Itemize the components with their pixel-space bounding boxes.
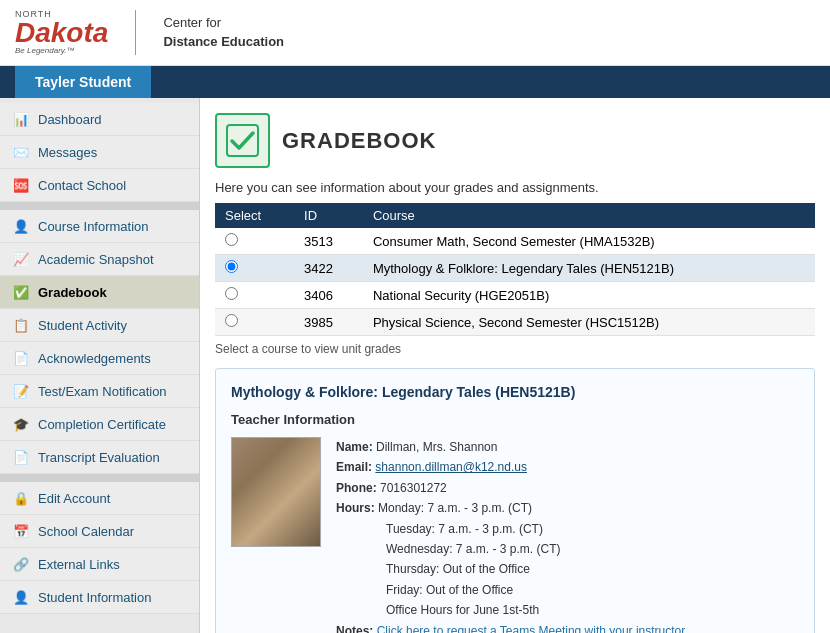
- teacher-details: Name: Dillman, Mrs. Shannon Email: shann…: [336, 437, 688, 633]
- sidebar-item-contact-school[interactable]: 🆘 Contact School: [0, 169, 199, 202]
- gradebook-page-icon: [215, 113, 270, 168]
- teacher-name-row: Name: Dillman, Mrs. Shannon: [336, 437, 688, 457]
- radio-course-1[interactable]: [225, 233, 238, 246]
- contact-school-icon: 🆘: [12, 176, 30, 194]
- row-select-4[interactable]: [215, 309, 294, 336]
- teacher-email-row: Email: shannon.dillman@k12.nd.us: [336, 457, 688, 477]
- sidebar-item-school-calendar[interactable]: 📅 School Calendar: [0, 515, 199, 548]
- edit-account-icon: 🔒: [12, 489, 30, 507]
- selected-course-info: Mythology & Folklore: Legendary Tales (H…: [215, 368, 815, 633]
- row-id-2: 3422: [294, 255, 363, 282]
- dashboard-icon: 📊: [12, 110, 30, 128]
- sidebar-item-dashboard[interactable]: 📊 Dashboard: [0, 103, 199, 136]
- teacher-email-label: Email:: [336, 460, 372, 474]
- table-row: 3406 National Security (HGE2051B): [215, 282, 815, 309]
- radio-course-3[interactable]: [225, 287, 238, 300]
- nav-bar: Tayler Student: [0, 66, 830, 98]
- sidebar-label-school-calendar: School Calendar: [38, 524, 134, 539]
- transcript-icon: 📄: [12, 448, 30, 466]
- selected-course-title: Mythology & Folklore: Legendary Tales (H…: [231, 384, 799, 400]
- row-course-4: Physical Science, Second Semester (HSC15…: [363, 309, 815, 336]
- teacher-email-link[interactable]: shannon.dillman@k12.nd.us: [375, 460, 527, 474]
- row-course-2: Mythology & Folklore: Legendary Tales (H…: [363, 255, 815, 282]
- table-row: 3985 Physical Science, Second Semester (…: [215, 309, 815, 336]
- row-id-3: 3406: [294, 282, 363, 309]
- sidebar-item-completion-cert[interactable]: 🎓 Completion Certificate: [0, 408, 199, 441]
- table-row: 3513 Consumer Math, Second Semester (HMA…: [215, 228, 815, 255]
- sidebar-item-edit-account[interactable]: 🔒 Edit Account: [0, 482, 199, 515]
- table-row: 3422 Mythology & Folklore: Legendary Tal…: [215, 255, 815, 282]
- logo-area: NORTH Dakota Be Legendary.™ Center for D…: [15, 10, 284, 55]
- gradebook-checkmark-svg: [225, 123, 260, 158]
- course-info-icon: 👤: [12, 217, 30, 235]
- sidebar-label-gradebook: Gradebook: [38, 285, 107, 300]
- nd-logo: NORTH Dakota Be Legendary.™: [15, 10, 108, 55]
- gradebook-title: Gradebook: [282, 128, 436, 154]
- teacher-notes-row: Notes: Click here to request a Teams Mee…: [336, 621, 688, 633]
- sidebar-label-messages: Messages: [38, 145, 97, 160]
- row-select-3[interactable]: [215, 282, 294, 309]
- sidebar-label-test-exam: Test/Exam Notification: [38, 384, 167, 399]
- teacher-hours-row: Hours: Monday: 7 a.m. - 3 p.m. (CT): [336, 498, 688, 518]
- teacher-hours-mon: Monday: 7 a.m. - 3 p.m. (CT): [378, 501, 532, 515]
- row-course-3: National Security (HGE2051B): [363, 282, 815, 309]
- col-header-id: ID: [294, 203, 363, 228]
- teacher-photo: [231, 437, 321, 547]
- sidebar-separator-2: [0, 474, 199, 482]
- radio-course-2[interactable]: [225, 260, 238, 273]
- student-activity-icon: 📋: [12, 316, 30, 334]
- logo-dakota-text: Dakota: [15, 19, 108, 47]
- sidebar-label-academic-snapshot: Academic Snapshot: [38, 252, 154, 267]
- teacher-phone-value: 7016301272: [380, 481, 447, 495]
- teacher-hours-wed: Wednesday: 7 a.m. - 3 p.m. (CT): [336, 539, 688, 559]
- sidebar-item-test-exam[interactable]: 📝 Test/Exam Notification: [0, 375, 199, 408]
- page-header: NORTH Dakota Be Legendary.™ Center for D…: [0, 0, 830, 66]
- row-select-2[interactable]: [215, 255, 294, 282]
- messages-icon: ✉️: [12, 143, 30, 161]
- teacher-hours-fri: Friday: Out of the Office: [336, 580, 688, 600]
- teacher-hours-june: Office Hours for June 1st-5th: [336, 600, 688, 620]
- radio-course-4[interactable]: [225, 314, 238, 327]
- row-id-1: 3513: [294, 228, 363, 255]
- sidebar-label-transcript: Transcript Evaluation: [38, 450, 160, 465]
- content-area: Gradebook Here you can see information a…: [200, 98, 830, 633]
- teacher-section-title: Teacher Information: [231, 412, 799, 427]
- teacher-hours-label: Hours:: [336, 501, 375, 515]
- gradebook-page-header: Gradebook: [215, 113, 815, 168]
- logo-legendary-text: Be Legendary.™: [15, 47, 108, 55]
- sidebar-item-course-info[interactable]: 👤 Course Information: [0, 210, 199, 243]
- external-links-icon: 🔗: [12, 555, 30, 573]
- logo-divider: [135, 10, 136, 55]
- select-hint: Select a course to view unit grades: [215, 342, 815, 356]
- teacher-name-label: Name:: [336, 440, 373, 454]
- sidebar-item-messages[interactable]: ✉️ Messages: [0, 136, 199, 169]
- student-info-icon: 👤: [12, 588, 30, 606]
- teacher-layout: Name: Dillman, Mrs. Shannon Email: shann…: [231, 437, 799, 633]
- sidebar-label-contact-school: Contact School: [38, 178, 126, 193]
- sidebar-item-transcript[interactable]: 📄 Transcript Evaluation: [0, 441, 199, 474]
- sidebar-item-external-links[interactable]: 🔗 External Links: [0, 548, 199, 581]
- sidebar-label-dashboard: Dashboard: [38, 112, 102, 127]
- cde-line2: Distance Education: [163, 33, 284, 51]
- teacher-notes-link[interactable]: Click here to request a Teams Meeting wi…: [377, 624, 688, 633]
- sidebar-item-student-activity[interactable]: 📋 Student Activity: [0, 309, 199, 342]
- teacher-hours-tue: Tuesday: 7 a.m. - 3 p.m. (CT): [336, 519, 688, 539]
- school-calendar-icon: 📅: [12, 522, 30, 540]
- row-select-1[interactable]: [215, 228, 294, 255]
- sidebar-label-student-info: Student Information: [38, 590, 151, 605]
- gradebook-icon: ✅: [12, 283, 30, 301]
- teacher-name-value: Dillman, Mrs. Shannon: [376, 440, 497, 454]
- sidebar-item-student-info[interactable]: 👤 Student Information: [0, 581, 199, 614]
- sidebar-label-course-info: Course Information: [38, 219, 149, 234]
- teacher-hours-thu: Thursday: Out of the Office: [336, 559, 688, 579]
- sidebar: 📊 Dashboard ✉️ Messages 🆘 Contact School…: [0, 98, 200, 633]
- teacher-notes-label: Notes:: [336, 624, 373, 633]
- row-id-4: 3985: [294, 309, 363, 336]
- sidebar-item-academic-snapshot[interactable]: 📈 Academic Snapshot: [0, 243, 199, 276]
- sidebar-item-gradebook[interactable]: ✅ Gradebook: [0, 276, 199, 309]
- teacher-phone-label: Phone:: [336, 481, 377, 495]
- academic-snapshot-icon: 📈: [12, 250, 30, 268]
- teacher-photo-image: [232, 438, 320, 546]
- sidebar-item-acknowledgements[interactable]: 📄 Acknowledgements: [0, 342, 199, 375]
- user-tab[interactable]: Tayler Student: [15, 66, 151, 98]
